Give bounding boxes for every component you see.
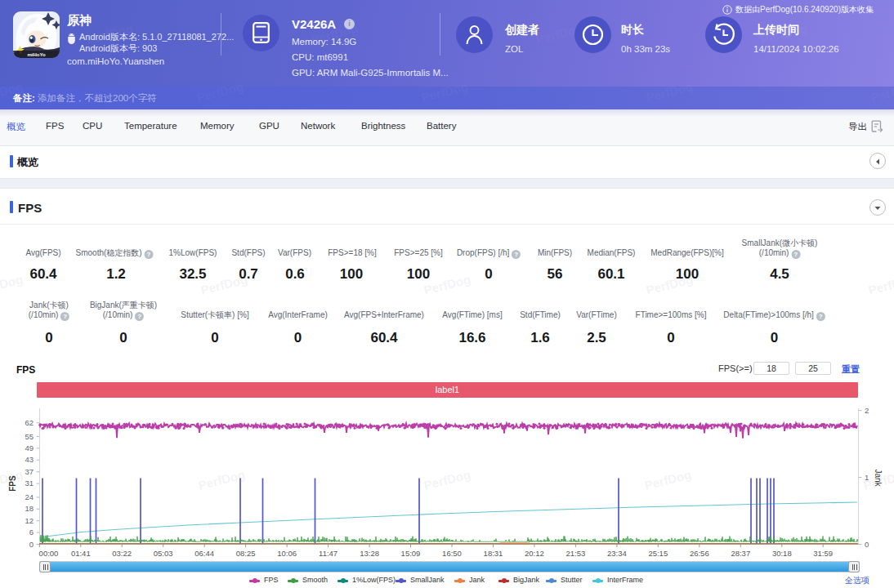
- svg-text:01:41: 01:41: [71, 549, 91, 558]
- svg-text:18: 18: [25, 504, 34, 513]
- svg-text:05:03: 05:03: [154, 549, 173, 558]
- svg-text:24: 24: [25, 492, 34, 501]
- svg-text:16:50: 16:50: [442, 549, 462, 558]
- svg-text:49: 49: [25, 443, 34, 452]
- svg-text:06:44: 06:44: [194, 549, 214, 558]
- svg-text:31:59: 31:59: [813, 549, 833, 558]
- svg-text:55: 55: [25, 432, 34, 441]
- svg-text:1: 1: [865, 473, 869, 482]
- svg-text:26:56: 26:56: [690, 549, 709, 558]
- svg-text:08:25: 08:25: [236, 549, 256, 558]
- svg-text:20:12: 20:12: [525, 549, 544, 558]
- svg-text:18:31: 18:31: [484, 549, 503, 558]
- svg-text:31: 31: [25, 479, 34, 488]
- svg-text:2: 2: [865, 406, 869, 415]
- svg-text:37: 37: [25, 467, 34, 476]
- svg-text:10:06: 10:06: [277, 549, 297, 558]
- svg-text:miHoYo: miHoYo: [27, 52, 46, 57]
- svg-text:30:18: 30:18: [772, 549, 792, 558]
- svg-text:FPS: FPS: [8, 475, 17, 492]
- svg-text:62: 62: [25, 418, 34, 427]
- svg-text:11:47: 11:47: [319, 549, 337, 558]
- svg-text:15:09: 15:09: [401, 549, 421, 558]
- svg-text:12: 12: [25, 516, 34, 525]
- svg-text:43: 43: [25, 455, 34, 464]
- svg-text:28:37: 28:37: [731, 549, 750, 558]
- svg-text:13:28: 13:28: [360, 549, 379, 558]
- svg-text:6: 6: [29, 528, 34, 537]
- svg-text:0: 0: [29, 540, 34, 549]
- svg-text:0: 0: [865, 540, 869, 549]
- svg-text:03:22: 03:22: [112, 549, 132, 558]
- svg-text:21:53: 21:53: [566, 549, 586, 558]
- svg-text:00:00: 00:00: [39, 549, 59, 558]
- svg-text:Jank: Jank: [874, 469, 883, 487]
- svg-text:25:15: 25:15: [648, 549, 668, 558]
- svg-text:23:34: 23:34: [607, 549, 627, 558]
